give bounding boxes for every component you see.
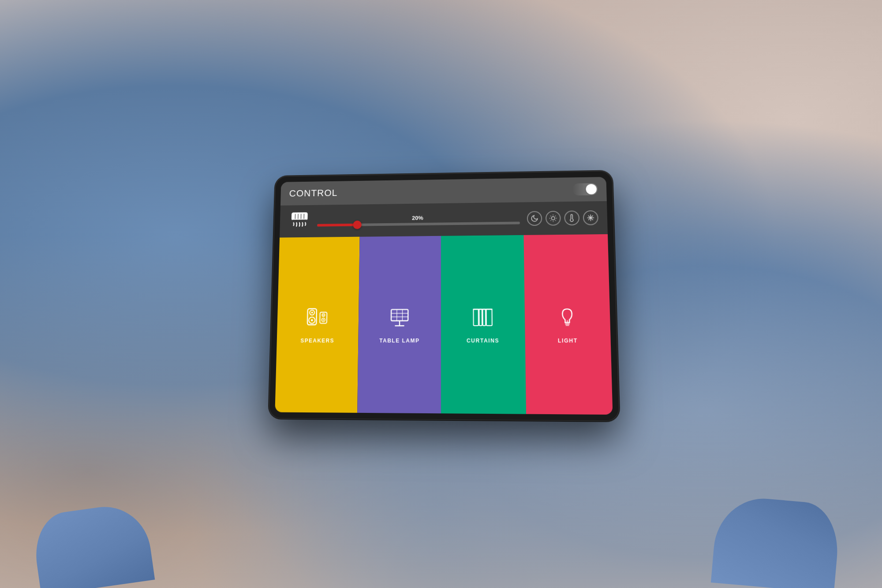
table-lamp-icon (385, 303, 414, 333)
temperature-mode-button[interactable] (564, 210, 579, 225)
svg-point-29 (323, 319, 324, 320)
brightness-slider-container: 20% (317, 213, 520, 226)
svg-line-13 (550, 220, 551, 221)
svg-point-6 (551, 217, 555, 220)
light-label: LIGHT (558, 337, 578, 344)
light-tile[interactable]: LIGHT (523, 234, 613, 414)
control-title: CONTROL (289, 187, 337, 199)
svg-rect-38 (474, 309, 479, 326)
svg-point-24 (311, 319, 313, 321)
svg-line-9 (550, 216, 551, 216)
svg-line-14 (555, 215, 556, 216)
tablet-wrapper: CONTROL (269, 171, 619, 421)
svg-rect-0 (292, 212, 308, 221)
table-lamp-tile[interactable]: TABLE LAMP (357, 236, 441, 413)
sun-mode-button[interactable] (546, 210, 561, 225)
speakers-label: SPEAKERS (300, 337, 334, 344)
table-lamp-label: TABLE LAMP (379, 337, 419, 344)
device-tiles-grid: SPEAKERS (275, 234, 613, 414)
control-header: CONTROL (280, 177, 607, 206)
svg-rect-41 (486, 309, 492, 326)
ac-fan-bar: 20% (280, 201, 608, 237)
svg-point-22 (311, 311, 313, 313)
night-mode-button[interactable] (527, 211, 542, 226)
svg-rect-20 (307, 308, 317, 325)
slider-fill (317, 223, 357, 226)
slider-thumb[interactable] (353, 220, 362, 229)
power-toggle[interactable] (572, 183, 598, 195)
light-icon (553, 302, 582, 333)
slider-percent-label: 20% (412, 214, 423, 221)
tablet-screen: CONTROL (275, 177, 613, 415)
svg-rect-40 (482, 309, 486, 326)
svg-point-27 (323, 314, 324, 315)
toggle-knob (586, 184, 597, 195)
curtains-icon (468, 303, 497, 333)
snowflake-mode-button[interactable] (583, 210, 598, 225)
curtains-label: CURTAINS (467, 337, 499, 344)
svg-rect-39 (479, 309, 482, 326)
curtains-tile[interactable]: CURTAINS (441, 235, 526, 414)
svg-rect-30 (391, 309, 408, 321)
fan-icon (288, 209, 310, 233)
slider-track[interactable] (317, 221, 520, 226)
svg-line-10 (555, 220, 556, 221)
mode-icons-group (527, 210, 598, 225)
speakers-icon (304, 303, 332, 333)
speakers-tile[interactable]: SPEAKERS (275, 236, 359, 412)
tablet-device: CONTROL (269, 171, 619, 421)
